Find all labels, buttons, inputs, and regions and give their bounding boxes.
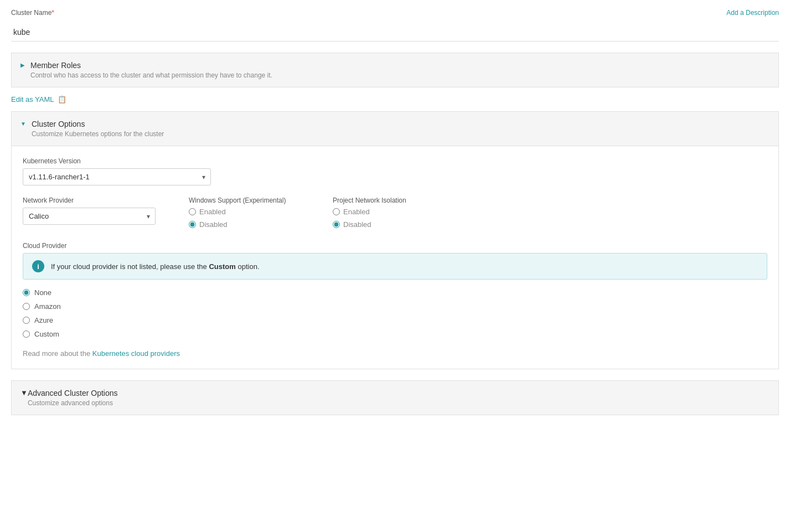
cloud-provider-azure-option[interactable]: Azure [23,316,767,324]
windows-support-enabled-option[interactable]: Enabled [189,208,300,216]
windows-support-disabled-label: Disabled [199,220,228,229]
cloud-provider-amazon-radio[interactable] [23,303,30,310]
cluster-name-input[interactable] [11,23,779,42]
cloud-provider-amazon-option[interactable]: Amazon [23,302,767,311]
add-description-link[interactable]: Add a Description [726,9,779,17]
windows-support-group: Windows Support (Experimental) Enabled D… [189,197,300,229]
edit-yaml-link[interactable]: Edit as YAML [11,95,54,104]
cloud-provider-custom-radio[interactable] [23,330,30,338]
member-roles-title-group: Member Roles Control who has access to t… [30,61,272,79]
windows-support-enabled-label: Enabled [199,208,226,216]
windows-support-label: Windows Support (Experimental) [189,197,300,204]
network-provider-select[interactable]: Calico Flannel Canal [23,208,156,225]
cloud-provider-azure-label: Azure [34,316,53,324]
read-more-prefix: Read more about the [23,349,90,358]
windows-support-disabled-option[interactable]: Disabled [189,220,300,229]
cloud-provider-custom-label: Custom [34,330,59,338]
project-network-enabled-label: Enabled [343,208,370,216]
kubernetes-version-label: Kubernetes Version [23,157,767,165]
project-network-isolation-group: Project Network Isolation Enabled Disabl… [333,197,443,229]
three-col-row: Network Provider Calico Flannel Canal ▾ … [23,197,767,229]
cluster-options-section-header[interactable]: ▼ Cluster Options Customize Kubernetes o… [11,111,779,146]
cluster-options-title: Cluster Options [32,120,164,128]
advanced-cluster-options-section-header[interactable]: ▼ Advanced Cluster Options Customize adv… [11,380,779,415]
kubernetes-version-select-wrapper: v1.11.6-rancher1-1 v1.11.5-rancher1-1 v1… [23,168,211,185]
project-network-disabled-label: Disabled [343,220,371,229]
page-container: Cluster Name* Add a Description ▶ Member… [0,0,790,532]
cloud-provider-radios: None Amazon Azure Custom [23,288,767,338]
cluster-options-title-group: Cluster Options Customize Kubernetes opt… [32,120,164,138]
copy-icon[interactable]: 📋 [58,95,66,104]
cloud-provider-info-bold: Custom [209,262,235,271]
advanced-cluster-options-title-group: Advanced Cluster Options Customize advan… [28,389,118,407]
project-network-enabled-radio[interactable] [333,208,340,215]
info-icon: i [32,260,44,272]
required-star: * [51,9,54,17]
advanced-cluster-options-subtitle: Customize advanced options [28,399,118,407]
project-network-disabled-option[interactable]: Disabled [333,220,443,229]
kubernetes-version-group: Kubernetes Version v1.11.6-rancher1-1 v1… [23,157,767,185]
windows-support-disabled-radio[interactable] [189,221,196,228]
cluster-name-label: Cluster Name* [11,9,54,17]
cloud-provider-label: Cloud Provider [23,242,767,250]
edit-yaml-row: Edit as YAML 📋 [11,95,779,104]
cloud-provider-amazon-label: Amazon [34,302,61,311]
project-network-disabled-radio[interactable] [333,221,340,228]
cloud-provider-section: Cloud Provider i If your cloud provider … [23,242,767,358]
member-roles-subtitle: Control who has access to the cluster an… [30,71,272,79]
member-roles-toggle-icon: ▶ [20,62,25,68]
cluster-options-body: Kubernetes Version v1.11.6-rancher1-1 v1… [11,146,779,369]
windows-support-radio-group: Enabled Disabled [189,208,300,229]
member-roles-section-header[interactable]: ▶ Member Roles Control who has access to… [11,53,779,87]
cloud-provider-none-option[interactable]: None [23,288,767,297]
header-row: Cluster Name* Add a Description [11,9,779,19]
cloud-provider-info-text: If your cloud provider is not listed, pl… [51,262,260,271]
kubernetes-version-select[interactable]: v1.11.6-rancher1-1 v1.11.5-rancher1-1 v1… [23,168,211,185]
cluster-options-toggle-icon: ▼ [20,121,26,127]
network-provider-label: Network Provider [23,197,156,204]
cluster-options-subtitle: Customize Kubernetes options for the clu… [32,130,164,138]
member-roles-title: Member Roles [30,61,272,70]
project-network-isolation-radio-group: Enabled Disabled [333,208,443,229]
windows-support-enabled-radio[interactable] [189,208,196,215]
cloud-provider-info-banner: i If your cloud provider is not listed, … [23,253,767,280]
cloud-provider-info-after: option. [237,262,259,271]
project-network-enabled-option[interactable]: Enabled [333,208,443,216]
read-more-link[interactable]: Kubernetes cloud providers [92,349,180,358]
cloud-provider-azure-radio[interactable] [23,317,30,324]
project-network-isolation-label: Project Network Isolation [333,197,443,204]
advanced-cluster-options-toggle-icon: ▼ [20,389,28,397]
read-more-row: Read more about the Kubernetes cloud pro… [23,349,767,358]
cloud-provider-none-radio[interactable] [23,289,30,296]
cloud-provider-custom-option[interactable]: Custom [23,330,767,338]
network-provider-group: Network Provider Calico Flannel Canal ▾ [23,197,156,225]
network-provider-select-wrapper: Calico Flannel Canal ▾ [23,208,156,225]
cloud-provider-none-label: None [34,288,51,297]
advanced-cluster-options-title: Advanced Cluster Options [28,389,118,397]
